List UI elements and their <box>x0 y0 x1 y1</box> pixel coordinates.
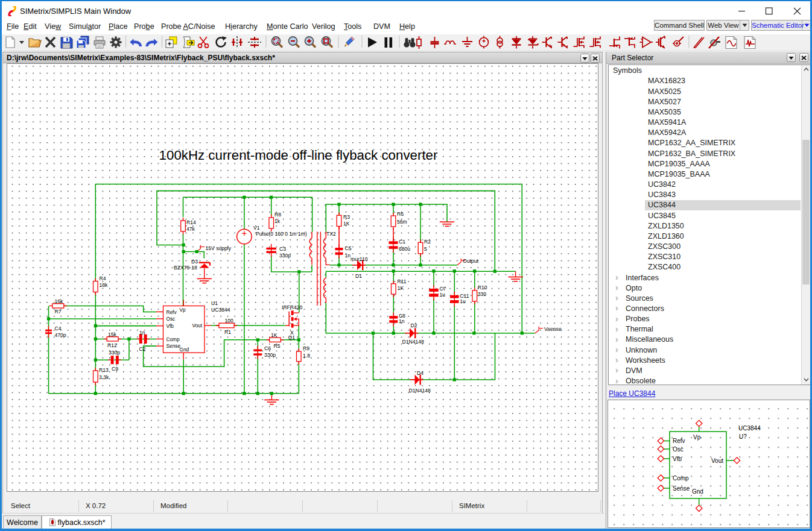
svg-text:3.3k: 3.3k <box>99 374 109 380</box>
svg-text:16k: 16k <box>55 298 64 304</box>
svg-text:R4: R4 <box>100 275 106 281</box>
svg-text:C9: C9 <box>112 366 118 372</box>
svg-text:Vout: Vout <box>192 322 202 328</box>
svg-text:D1: D1 <box>355 273 362 279</box>
svg-text:mur110: mur110 <box>350 256 368 262</box>
svg-text:Vout: Vout <box>711 457 723 464</box>
svg-text:BZX79-18: BZX79-18 <box>174 265 197 271</box>
svg-text:1K: 1K <box>271 332 278 338</box>
svg-text:Refv: Refv <box>673 438 685 444</box>
svg-text:U?: U? <box>739 433 747 440</box>
svg-text:Output: Output <box>463 258 478 264</box>
svg-text:1u: 1u <box>439 292 445 298</box>
svg-text:Gnd: Gnd <box>692 488 703 495</box>
svg-text:R14: R14 <box>186 219 196 225</box>
svg-text:1k: 1k <box>274 218 281 224</box>
svg-text:R5: R5 <box>274 343 281 349</box>
svg-text:Vsense: Vsense <box>544 326 562 332</box>
svg-text:IRFR420: IRFR420 <box>282 304 303 310</box>
svg-text:R7: R7 <box>55 309 62 315</box>
svg-text:5: 5 <box>424 246 427 252</box>
svg-text:330: 330 <box>478 291 487 297</box>
svg-text:Osc: Osc <box>167 316 176 322</box>
svg-text:R2: R2 <box>424 239 431 245</box>
svg-text:100: 100 <box>225 318 234 324</box>
svg-text:D1N4148: D1N4148 <box>402 339 425 345</box>
svg-text:D1N4148: D1N4148 <box>409 388 431 394</box>
svg-text:V1: V1 <box>253 225 260 231</box>
svg-text:Q1: Q1 <box>288 335 296 341</box>
svg-text:Sense: Sense <box>673 485 690 492</box>
svg-text:Refv: Refv <box>167 309 177 315</box>
svg-text:100kHz current-mode off-line f: 100kHz current-mode off-line flyback con… <box>159 148 438 163</box>
svg-text:R3: R3 <box>343 214 350 220</box>
svg-text:R12: R12 <box>107 342 117 348</box>
svg-text:C3: C3 <box>279 246 286 252</box>
svg-text:1n: 1n <box>399 318 405 324</box>
svg-text:Vfb: Vfb <box>167 323 174 329</box>
svg-text:1K: 1K <box>398 285 404 291</box>
svg-text:1.8: 1.8 <box>303 353 310 359</box>
svg-text:Vp: Vp <box>693 434 701 441</box>
svg-text:330p: 330p <box>264 352 276 358</box>
svg-text:Vfb: Vfb <box>673 456 682 462</box>
svg-text:C2: C2 <box>139 346 146 352</box>
svg-text:15V supply: 15V supply <box>206 245 232 251</box>
svg-text:R13: R13 <box>99 367 109 373</box>
svg-text:R6: R6 <box>397 211 404 217</box>
svg-text:18k: 18k <box>100 282 109 288</box>
svg-text:47k: 47k <box>186 226 195 232</box>
svg-text:1n: 1n <box>139 330 145 336</box>
svg-text:Gnd: Gnd <box>180 347 189 353</box>
svg-text:Sense: Sense <box>167 343 181 349</box>
svg-text:UC3844: UC3844 <box>738 425 761 432</box>
svg-text:C6: C6 <box>264 345 271 351</box>
svg-text:1K: 1K <box>343 221 350 227</box>
svg-text:R1: R1 <box>224 329 231 335</box>
svg-text:TX2: TX2 <box>326 231 336 237</box>
svg-text:Osc: Osc <box>673 446 684 453</box>
svg-text:Comp: Comp <box>673 475 689 482</box>
svg-text:R8: R8 <box>274 212 281 218</box>
svg-text:D2: D2 <box>411 322 417 328</box>
svg-text:470p: 470p <box>55 332 66 338</box>
svg-text:D3: D3 <box>191 259 198 265</box>
svg-text:C4: C4 <box>55 325 62 331</box>
svg-text:C5: C5 <box>345 245 352 251</box>
svg-text:330p: 330p <box>279 253 291 259</box>
svg-text:C7: C7 <box>439 286 446 292</box>
svg-text:15k: 15k <box>108 331 117 338</box>
svg-text:R9: R9 <box>303 345 309 351</box>
svg-text:UC3844: UC3844 <box>211 307 230 313</box>
svg-text:R10: R10 <box>478 284 487 291</box>
svg-text:Pulse(0 160 0 1m 1m): Pulse(0 160 0 1m 1m) <box>256 231 307 237</box>
svg-text:330p: 330p <box>109 350 120 356</box>
svg-text:U1: U1 <box>211 300 218 306</box>
svg-text:C1: C1 <box>399 239 405 245</box>
svg-text:R11: R11 <box>397 278 406 284</box>
svg-text:D4: D4 <box>417 370 423 376</box>
svg-text:Comp: Comp <box>167 336 180 342</box>
svg-text:1n: 1n <box>345 253 351 259</box>
svg-text:Vp: Vp <box>180 307 186 313</box>
svg-text:1u: 1u <box>460 298 466 304</box>
svg-text:680u: 680u <box>399 246 410 252</box>
svg-text:56m: 56m <box>397 219 407 225</box>
